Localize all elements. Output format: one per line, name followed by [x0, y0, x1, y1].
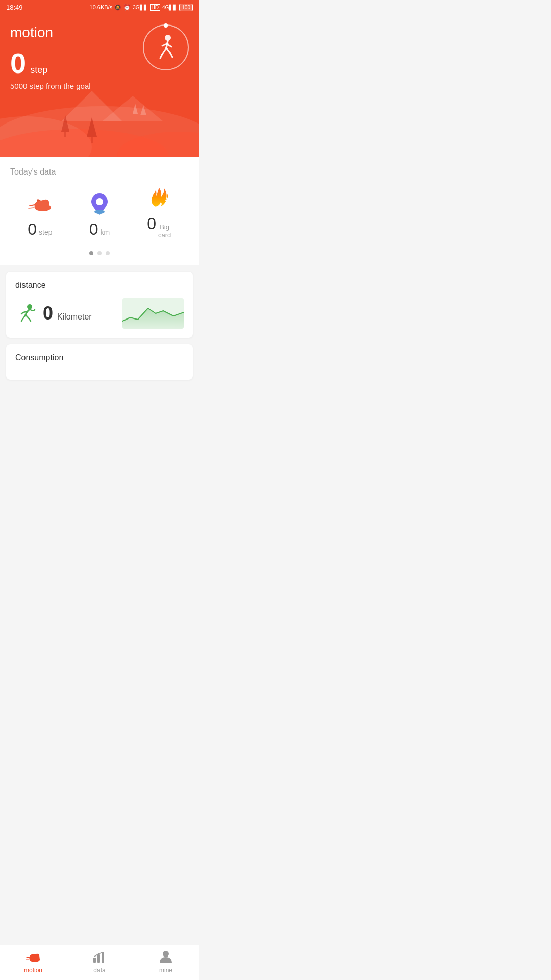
steps-value: 0 — [28, 220, 37, 239]
svg-line-6 — [166, 48, 170, 53]
distance-card: distance 0 Kilometer — [6, 272, 193, 338]
data-row: 0 step 0 km — [10, 187, 189, 239]
shoe-icon — [28, 192, 52, 215]
todays-data-section: Today's data 0 step — [0, 157, 199, 265]
svg-line-5 — [160, 54, 162, 58]
chart-svg — [122, 298, 184, 329]
pin-svg — [89, 192, 110, 215]
calories-unit: Bigcard — [158, 223, 171, 239]
distance-card-title: distance — [15, 281, 184, 290]
hero-section: motion 0 step 5000 step from the goal — [0, 14, 199, 157]
consumption-card-title: Consumption — [15, 353, 184, 362]
status-right: 10.6KB/s 🔕 ⏰ 3G▋▋ HD 4G▋▋ 100 — [90, 4, 193, 11]
walker-icon — [153, 34, 179, 62]
distance-value: 0 — [89, 220, 98, 239]
calories-value: 0 — [147, 214, 156, 233]
svg-point-26 — [27, 304, 32, 309]
distance-item: 0 km — [70, 192, 130, 239]
distance-unit: km — [101, 228, 110, 236]
svg-line-21 — [30, 205, 35, 206]
dot-1 — [89, 251, 93, 255]
alarm-icon: ⏰ — [123, 4, 131, 11]
calories-item: 0 Bigcard — [129, 187, 189, 239]
svg-line-7 — [170, 53, 172, 57]
dot-2 — [97, 251, 102, 255]
signal-3g: 3G▋▋ — [133, 5, 147, 10]
walker-circle[interactable] — [143, 24, 189, 70]
battery-icon: 100 — [179, 4, 193, 11]
steps-unit: step — [39, 228, 52, 236]
dot-3 — [106, 251, 110, 255]
svg-point-25 — [94, 210, 105, 214]
step-label: step — [30, 65, 47, 76]
mountains-bg — [0, 76, 199, 157]
network-speed: 10.6KB/s — [90, 4, 113, 10]
consumption-card: Consumption — [6, 344, 193, 380]
distance-card-content: 0 Kilometer — [15, 298, 184, 329]
signal-4g: 4G▋▋ — [162, 5, 177, 10]
steps-item: 0 step — [10, 192, 70, 239]
svg-rect-17 — [64, 132, 66, 137]
flame-svg — [149, 187, 169, 209]
distance-card-left: 0 Kilometer — [15, 303, 92, 324]
walker-dot — [164, 23, 168, 28]
status-time: 18:49 — [6, 4, 23, 11]
status-bar: 18:49 10.6KB/s 🔕 ⏰ 3G▋▋ HD 4G▋▋ 100 — [0, 0, 199, 14]
running-icon — [15, 303, 37, 324]
sneaker-svg — [28, 193, 52, 214]
pagination-dots — [10, 247, 189, 257]
location-pin-icon — [89, 192, 110, 215]
todays-data-title: Today's data — [10, 167, 189, 177]
flame-icon — [149, 187, 169, 209]
svg-line-22 — [29, 208, 34, 208]
svg-point-23 — [96, 198, 103, 205]
svg-line-4 — [162, 48, 166, 54]
svg-point-0 — [165, 35, 171, 41]
hd-icon: HD — [150, 4, 160, 11]
distance-card-unit: Kilometer — [57, 312, 92, 322]
mute-icon: 🔕 — [114, 4, 121, 11]
svg-rect-19 — [91, 137, 93, 143]
distance-card-value: 0 — [43, 303, 53, 324]
step-number: 0 — [10, 49, 26, 78]
distance-mini-chart — [122, 298, 184, 329]
